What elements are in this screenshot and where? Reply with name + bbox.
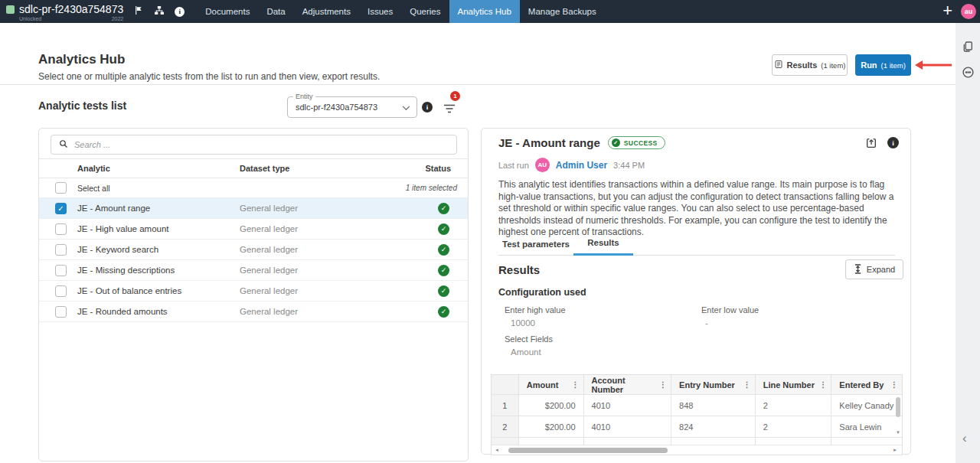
tab-results[interactable]: Results xyxy=(573,232,633,256)
column-entry-number[interactable]: Entry Number⋮ xyxy=(671,375,756,395)
add-icon[interactable]: + xyxy=(942,2,952,19)
search-box[interactable] xyxy=(51,135,457,155)
detail-info-icon[interactable]: i xyxy=(887,137,899,148)
status-success-icon: ✓ xyxy=(438,203,449,214)
annotation-arrow xyxy=(914,60,954,73)
column-amount[interactable]: Amount⋮ xyxy=(519,375,584,395)
test-dataset: General ledger xyxy=(240,245,298,254)
column-line-number[interactable]: Line Number⋮ xyxy=(756,375,832,395)
low-value: - xyxy=(705,318,708,328)
test-row-high-value[interactable]: JE - High value amount General ledger ✓ xyxy=(39,219,468,240)
engagement-selector[interactable]: sdlc-pr-f2430a754873 Unlocked 2022 xyxy=(0,0,123,23)
nav-queries[interactable]: Queries xyxy=(401,0,449,23)
expand-label: Expand xyxy=(867,265,895,274)
scroll-right-icon[interactable]: ► xyxy=(890,448,900,452)
run-user-avatar: AU xyxy=(535,158,550,172)
right-rail: ‹ xyxy=(956,23,980,463)
detail-title: JE - Amount range xyxy=(498,136,600,149)
row-checkbox[interactable] xyxy=(55,265,67,276)
cell-line: 2 xyxy=(756,416,832,438)
scroll-left-icon[interactable]: ◄ xyxy=(492,448,502,452)
horizontal-scrollbar[interactable]: ◄ ► xyxy=(492,445,902,455)
test-dataset: General ledger xyxy=(240,286,298,295)
column-entered-by[interactable]: Entered By⋮ xyxy=(831,375,902,395)
results-button-count: (1 item) xyxy=(821,61,845,70)
search-input[interactable] xyxy=(74,140,449,149)
flag-icon[interactable] xyxy=(134,5,144,18)
cell-amount: $200.00 xyxy=(519,416,584,438)
results-report-icon xyxy=(774,60,783,70)
test-row-rounded-amounts[interactable]: JE - Rounded amounts General ledger ✓ xyxy=(39,302,468,322)
select-fields-value: Amount xyxy=(511,347,541,357)
documents-panel-icon[interactable] xyxy=(962,40,974,57)
column-menu-icon[interactable]: ⋮ xyxy=(890,380,898,389)
select-all-row: Select all 1 item selected xyxy=(39,178,468,198)
column-menu-icon[interactable]: ⋮ xyxy=(743,380,751,389)
test-row-out-of-balance[interactable]: JE - Out of balance entries General ledg… xyxy=(39,281,468,302)
cell-line: 2 xyxy=(756,395,832,416)
status-badge: ✓ SUCCESS xyxy=(608,136,665,149)
run-time: 3:44 PM xyxy=(613,161,645,170)
collapse-panel-icon[interactable]: ‹ xyxy=(962,432,967,445)
select-fields-label: Select Fields xyxy=(505,334,553,344)
scroll-down-icon[interactable]: ▼ xyxy=(896,430,900,435)
high-value-label: Enter high value xyxy=(505,305,566,315)
results-button[interactable]: Results (1 item) xyxy=(772,54,848,76)
run-user-link[interactable]: Admin User xyxy=(556,160,607,171)
export-icon[interactable] xyxy=(865,137,877,152)
column-menu-icon[interactable]: ⋮ xyxy=(659,380,667,389)
results-table-header: Amount⋮ Account Number⋮ Entry Number⋮ Li… xyxy=(492,375,902,395)
discussion-icon[interactable] xyxy=(962,66,975,82)
nav-documents[interactable]: Documents xyxy=(197,0,258,23)
column-analytic: Analytic xyxy=(77,164,110,173)
vertical-scrollbar-thumb[interactable] xyxy=(896,397,900,417)
high-value: 10000 xyxy=(511,318,535,328)
row-checkbox[interactable] xyxy=(55,285,67,297)
select-all-checkbox[interactable] xyxy=(55,182,67,194)
run-button-count: (1 item) xyxy=(881,61,906,70)
cell-entered-by: Kelley Canady xyxy=(831,395,902,416)
nav-adjustments[interactable]: Adjustments xyxy=(294,0,359,23)
test-name: JE - Keyword search xyxy=(77,245,158,254)
cell-entry: 824 xyxy=(671,416,756,438)
results-button-label: Results xyxy=(787,60,818,70)
hierarchy-icon[interactable] xyxy=(154,5,165,18)
test-name: JE - Rounded amounts xyxy=(77,307,168,316)
user-avatar[interactable]: au xyxy=(961,4,976,19)
table-row[interactable]: 1 $200.00 4010 848 2 Kelley Canady xyxy=(492,395,902,416)
run-button[interactable]: Run (1 item) xyxy=(855,54,911,76)
table-row[interactable]: 2 $200.00 4010 824 2 Sara Lewin xyxy=(492,416,902,438)
column-menu-icon[interactable]: ⋮ xyxy=(819,380,827,389)
last-run-row: Last run AU Admin User 3:44 PM xyxy=(498,158,645,172)
test-row-amount-range[interactable]: ✓ JE - Amount range General ledger ✓ xyxy=(39,198,468,219)
cell-entered-by: Sara Lewin xyxy=(831,416,902,438)
tab-test-parameters[interactable]: Test parameters xyxy=(498,232,573,256)
filter-icon[interactable] xyxy=(443,103,456,116)
row-checkbox[interactable]: ✓ xyxy=(55,203,67,214)
filter-count-badge: 1 xyxy=(450,91,460,101)
tests-list-title: Analytic tests list xyxy=(38,99,126,112)
row-checkbox[interactable] xyxy=(55,223,67,235)
success-check-icon: ✓ xyxy=(612,139,620,147)
main-nav: Documents Data Adjustments Issues Querie… xyxy=(197,0,604,23)
entity-info-icon[interactable]: i xyxy=(422,102,433,112)
nav-issues[interactable]: Issues xyxy=(359,0,401,23)
chevron-down-icon xyxy=(402,100,410,114)
test-description: This analytic test identifies transactio… xyxy=(498,179,898,239)
engagement-info-icon[interactable]: i xyxy=(175,7,185,17)
status-success-icon: ✓ xyxy=(438,306,449,318)
column-account-number[interactable]: Account Number⋮ xyxy=(584,375,672,395)
test-name: JE - Out of balance entries xyxy=(77,286,181,295)
scrollbar-thumb[interactable] xyxy=(508,448,668,453)
column-menu-icon[interactable]: ⋮ xyxy=(572,380,580,389)
nav-analytics-hub[interactable]: Analytics Hub xyxy=(449,0,520,23)
nav-manage-backups[interactable]: Manage Backups xyxy=(520,0,605,23)
test-name: JE - Missing descriptions xyxy=(77,266,175,275)
expand-button[interactable]: Expand xyxy=(845,259,903,279)
test-row-missing-descriptions[interactable]: JE - Missing descriptions General ledger… xyxy=(39,260,468,281)
test-row-keyword-search[interactable]: JE - Keyword search General ledger ✓ xyxy=(39,240,468,260)
row-checkbox[interactable] xyxy=(55,306,67,318)
row-checkbox[interactable] xyxy=(55,244,67,256)
run-button-label: Run xyxy=(861,60,877,70)
nav-data[interactable]: Data xyxy=(258,0,293,23)
